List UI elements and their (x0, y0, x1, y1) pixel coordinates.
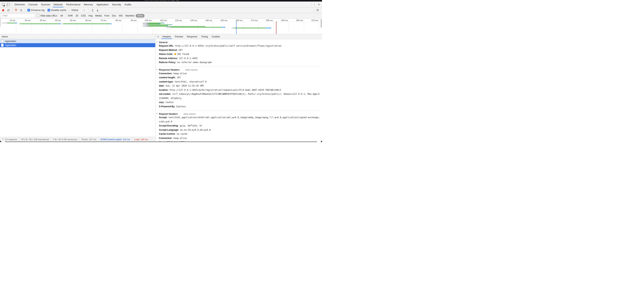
disable-cache-label: Disable cache (51, 9, 66, 12)
filter-type-ws[interactable]: WS (118, 14, 124, 18)
timeline-gridline (274, 19, 274, 34)
divider (25, 9, 25, 12)
timeline-tick-label: 110 ms (154, 19, 167, 22)
inspect-element-icon[interactable] (1, 2, 6, 7)
header-row: Request URL:http://127.0.0.1:4455/.ory/k… (159, 44, 320, 48)
filter-type-js[interactable]: JS (74, 14, 80, 18)
record-button[interactable] (2, 9, 4, 11)
timeline-tick-label: 210 ms (306, 19, 318, 22)
tab-preview[interactable]: Preview (173, 34, 185, 39)
view-source-link[interactable]: view source (185, 69, 198, 71)
filter-type-img[interactable]: Img (87, 14, 94, 18)
timeline-tick-label: 30 ms (33, 19, 46, 22)
request-name: registration (5, 44, 16, 47)
header-row: Remote Address:127.0.0.1:4455 (159, 56, 320, 61)
disable-cache-checkbox[interactable]: Disable cache (48, 9, 66, 12)
export-har-icon[interactable] (96, 9, 99, 12)
chevron-down-icon: ▼ (84, 10, 85, 11)
filter-type-all[interactable]: All (59, 14, 64, 18)
tab-application[interactable]: Application (95, 2, 110, 7)
tab-sources[interactable]: Sources (39, 2, 52, 7)
timeline-gridline (258, 19, 258, 34)
timeline-tick-label: 140 ms (200, 19, 212, 22)
timeline-gridline (243, 19, 244, 34)
details-tabbar: ✕ Headers Preview Response Timing Cookie… (156, 34, 322, 39)
disclosure-triangle-icon[interactable]: ▼ (156, 69, 158, 70)
waterfall-bar (20, 24, 59, 24)
filter-type-media[interactable]: Media (94, 14, 103, 18)
request-name: registration (5, 40, 16, 43)
tab-security[interactable]: Security (110, 2, 123, 7)
throttling-select[interactable]: Online ▼ (72, 9, 86, 12)
waterfall-bar (142, 26, 146, 27)
filter-type-manifest[interactable]: Manifest (124, 14, 136, 18)
overview-scrollbar-thumb[interactable] (321, 19, 322, 28)
tab-timing[interactable]: Timing (199, 34, 210, 39)
filter-type-other[interactable]: Other (136, 14, 144, 18)
waterfall-bar (2, 23, 7, 24)
waterfall-bar (146, 24, 148, 25)
disclosure-triangle-icon[interactable]: ▼ (156, 41, 158, 43)
header-row: Connection:keep-alive (159, 72, 320, 76)
tab-console[interactable]: Console (27, 2, 39, 7)
tab-response[interactable]: Response (185, 34, 199, 39)
tab-elements[interactable]: Elements (13, 2, 27, 7)
filter-icon[interactable] (15, 9, 17, 11)
window-corner-left (0, 140, 5, 142)
waterfall-bar (167, 25, 168, 26)
timeline-tick-label: 150 ms (215, 19, 227, 22)
timeline-gridline (62, 19, 62, 34)
waterfall-bar (147, 24, 149, 24)
clear-icon[interactable] (7, 9, 10, 12)
tab-performance[interactable]: Performance (64, 2, 82, 7)
preserve-log-label: Preserve log (31, 9, 44, 12)
tab-network[interactable]: Network (52, 2, 64, 7)
request-headers-title: Request Headers view source (159, 112, 320, 116)
waterfall-bar (147, 25, 149, 26)
throttling-value: Online (72, 9, 78, 12)
timeline-gridline (137, 19, 138, 34)
window-bottom-edge (0, 142, 322, 142)
search-icon[interactable] (20, 9, 22, 12)
tab-headers[interactable]: Headers (160, 34, 173, 39)
timeline-tick-label: 10 ms (3, 19, 15, 22)
timeline-tick-label: 60 ms (78, 19, 91, 22)
timeline-tick-label: 70 ms (94, 19, 106, 22)
kebab-menu-icon[interactable]: ⋮ (312, 3, 317, 6)
tab-cookies[interactable]: Cookies (210, 34, 222, 39)
view-source-link[interactable]: view source (184, 113, 196, 115)
timeline-gridline (92, 19, 92, 34)
filter-type-css[interactable]: CSS (80, 14, 87, 18)
device-toolbar-icon[interactable] (6, 2, 11, 7)
preserve-log-checkbox[interactable]: Preserve log (28, 9, 44, 12)
close-details-icon[interactable]: ✕ (156, 35, 160, 38)
devtools-tabbar: Elements Console Sources Network Perform… (0, 2, 322, 8)
network-overview-strip[interactable]: 10 ms20 ms30 ms40 ms50 ms60 ms70 ms80 ms… (0, 19, 322, 34)
request-row-selected[interactable]: registration (0, 43, 155, 47)
network-main: Name registration registration 2 / 10 re… (0, 34, 322, 142)
request-row[interactable]: registration (0, 39, 155, 43)
tab-memory[interactable]: Memory (82, 2, 95, 7)
close-devtools-icon[interactable]: ✕ (317, 3, 321, 6)
filter-type-font[interactable]: Font (103, 14, 110, 18)
import-har-icon[interactable] (92, 9, 94, 12)
checkbox-unchecked-icon (37, 15, 40, 17)
resources-size: 0 B / 40.3 KB resources (51, 137, 80, 142)
filter-type-xhr[interactable]: XHR (66, 14, 74, 18)
waterfall-bar (266, 28, 271, 29)
gear-icon[interactable]: ⚙ (316, 9, 319, 12)
timeline-gridline (304, 19, 304, 34)
header-row: vary:Cookie (159, 100, 320, 105)
filter-type-doc[interactable]: Doc (110, 14, 118, 18)
waterfall-bar (166, 27, 170, 28)
disclosure-triangle-icon[interactable]: ▼ (156, 113, 158, 114)
tab-audits[interactable]: Audits (123, 2, 133, 7)
filter-input[interactable] (1, 14, 34, 18)
name-column-header[interactable]: Name (0, 34, 155, 39)
waterfall-bar (149, 25, 167, 26)
waterfall-bar (62, 24, 64, 24)
hide-data-urls-label: Hide data URLs (40, 15, 57, 17)
hide-data-urls-checkbox[interactable]: Hide data URLs (37, 15, 57, 17)
general-section-title: General (159, 41, 320, 44)
divider (12, 9, 12, 12)
